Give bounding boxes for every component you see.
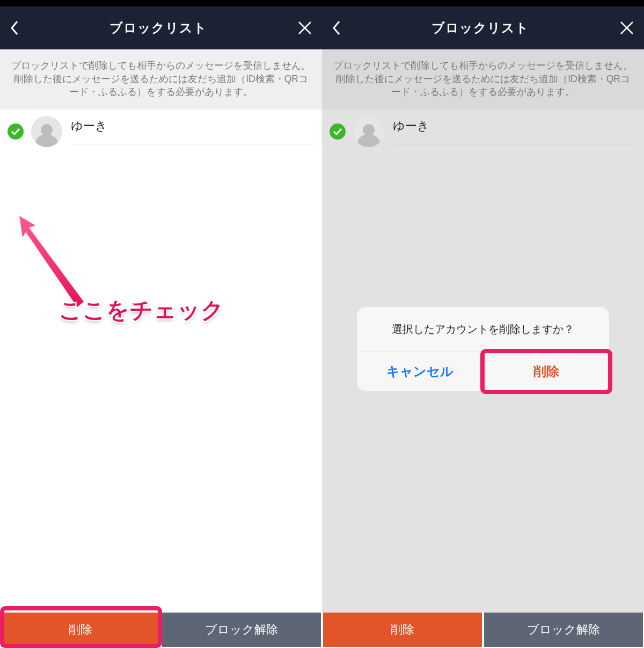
delete-button[interactable]: 削除 xyxy=(1,613,160,647)
svg-marker-2 xyxy=(19,216,84,307)
dialog-confirm-button[interactable]: 削除 xyxy=(484,352,610,391)
info-banner: ブロックリストで削除しても相手からのメッセージを受信しません。 削除した後にメッ… xyxy=(0,49,322,110)
contact-name: ゆーき xyxy=(71,118,314,144)
screen-left: ブロックリスト ブロックリストで削除しても相手からのメッセージを受信しません。 … xyxy=(0,0,322,648)
bottom-bar: 削除 ブロック解除 xyxy=(322,613,644,648)
close-icon[interactable] xyxy=(619,20,634,35)
confirm-dialog: 選択したアカウントを削除しますか？ キャンセル 削除 xyxy=(357,307,609,391)
list-item[interactable]: ゆーき xyxy=(322,110,644,154)
page-title: ブロックリスト xyxy=(431,19,529,37)
header: ブロックリスト xyxy=(0,6,322,49)
dialog-message: 選択したアカウントを削除しますか？ xyxy=(357,307,609,352)
header: ブロックリスト xyxy=(322,6,644,49)
checkmark-icon[interactable] xyxy=(8,123,24,140)
unblock-button[interactable]: ブロック解除 xyxy=(484,613,643,647)
annotation-text: ここをチェック xyxy=(59,295,224,325)
info-banner: ブロックリストで削除しても相手からのメッセージを受信しません。 削除した後にメッ… xyxy=(322,49,644,110)
content: ブロックリストで削除しても相手からのメッセージを受信しません。 削除した後にメッ… xyxy=(322,49,644,613)
content: ブロックリストで削除しても相手からのメッセージを受信しません。 削除した後にメッ… xyxy=(0,49,322,613)
unblock-button[interactable]: ブロック解除 xyxy=(162,613,321,647)
dialog-cancel-button[interactable]: キャンセル xyxy=(357,352,484,391)
contact-name: ゆーき xyxy=(393,118,636,144)
checkmark-icon[interactable] xyxy=(330,123,346,140)
avatar xyxy=(353,116,384,147)
bottom-bar: 削除 ブロック解除 xyxy=(0,613,322,648)
arrow-annotation xyxy=(19,216,127,329)
dialog-confirm-label: 削除 xyxy=(533,363,559,380)
screen-right: ブロックリスト ブロックリストで削除しても相手からのメッセージを受信しません。 … xyxy=(322,0,644,648)
page-title: ブロックリスト xyxy=(109,19,207,37)
back-icon[interactable] xyxy=(10,20,19,36)
status-bar xyxy=(322,0,644,6)
delete-button[interactable]: 削除 xyxy=(323,613,482,647)
avatar xyxy=(31,116,62,147)
status-bar xyxy=(0,0,322,6)
list-item[interactable]: ゆーき xyxy=(0,110,322,154)
back-icon[interactable] xyxy=(332,20,341,36)
close-icon[interactable] xyxy=(297,20,312,35)
dialog-buttons: キャンセル 削除 xyxy=(357,352,609,391)
